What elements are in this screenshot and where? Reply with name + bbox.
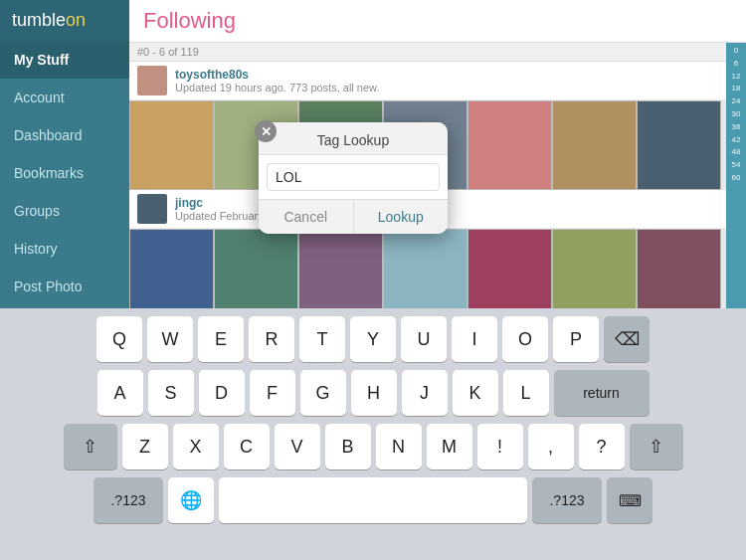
photo-row-2 xyxy=(129,229,726,308)
key-question[interactable]: ? xyxy=(579,424,625,469)
scroll-num[interactable]: 24 xyxy=(732,95,741,108)
scroll-num[interactable]: 12 xyxy=(732,71,741,84)
blog-row-1: toysofthe80s Updated 19 hours ago. 773 p… xyxy=(129,62,726,100)
sidebar-item-postphoto[interactable]: Post Photo xyxy=(0,268,129,305)
key-m[interactable]: M xyxy=(427,424,472,469)
blog-update-1: Updated 19 hours ago. 773 posts, all new… xyxy=(175,82,379,93)
key-b[interactable]: B xyxy=(325,424,371,469)
key-z[interactable]: Z xyxy=(122,424,168,469)
blog-avatar-2 xyxy=(137,194,167,224)
photo-cell[interactable] xyxy=(467,229,552,308)
modal-buttons: Cancel Lookup xyxy=(259,199,448,234)
tag-input[interactable] xyxy=(267,163,440,191)
key-v[interactable]: V xyxy=(275,424,320,469)
modal-title: Tag Lookup xyxy=(259,122,448,155)
sidebar-item-account[interactable]: Account xyxy=(0,79,129,116)
scroll-num[interactable]: 42 xyxy=(732,134,741,147)
scroll-num[interactable]: 36 xyxy=(732,121,741,134)
keyboard-row-4: .?123 🌐 .?123 ⌨ xyxy=(4,477,742,523)
key-a[interactable]: A xyxy=(97,370,143,416)
blog-name-1[interactable]: toysofthe80s xyxy=(175,68,379,82)
logo-text: tumbleon xyxy=(12,10,86,30)
key-l[interactable]: L xyxy=(503,370,549,416)
key-q[interactable]: Q xyxy=(96,316,142,362)
blog-avatar-1 xyxy=(137,66,167,95)
logo-on: on xyxy=(66,10,86,30)
key-p[interactable]: P xyxy=(553,316,599,362)
key-t[interactable]: T xyxy=(299,316,345,362)
scroll-num[interactable]: 0 xyxy=(734,45,738,58)
scroll-num[interactable]: 60 xyxy=(732,172,741,185)
page-title: Following xyxy=(143,8,732,34)
grid-row-label: #0 - 6 of 119 xyxy=(129,43,726,62)
sidebar-item-dashboard[interactable]: Dashboard xyxy=(0,116,129,154)
photo-cell[interactable] xyxy=(298,229,383,308)
key-d[interactable]: D xyxy=(199,370,245,416)
scroll-num[interactable]: 54 xyxy=(732,159,741,172)
blog-info-1: toysofthe80s Updated 19 hours ago. 773 p… xyxy=(175,68,379,93)
photo-cell[interactable] xyxy=(552,100,637,190)
content-body: #0 - 6 of 119 toysofthe80s Updated 19 ho… xyxy=(129,43,746,308)
sidebar-item-history[interactable]: History xyxy=(0,230,129,268)
content-area: Following #0 - 6 of 119 toysofthe80s Upd… xyxy=(129,0,746,308)
emoji-key[interactable]: 🌐 xyxy=(168,477,214,523)
key-r[interactable]: R xyxy=(249,316,294,362)
content-header: Following xyxy=(129,0,746,43)
close-icon: ✕ xyxy=(261,125,272,138)
shift-key-right[interactable]: ⇧ xyxy=(630,424,683,469)
key-o[interactable]: O xyxy=(502,316,548,362)
keyboard-dismiss-key[interactable]: ⌨ xyxy=(607,477,653,523)
scroll-num[interactable]: 48 xyxy=(732,146,741,159)
sidebar-item-mystuff[interactable]: My Stuff xyxy=(0,41,129,79)
key-w[interactable]: W xyxy=(147,316,193,362)
space-key[interactable] xyxy=(219,477,527,523)
sidebar-item-groups[interactable]: Groups xyxy=(0,192,129,230)
key-y[interactable]: Y xyxy=(350,316,396,362)
photo-cell[interactable] xyxy=(214,229,298,308)
key-f[interactable]: F xyxy=(250,370,295,416)
keyboard-row-3: ⇧ Z X C V B N M ! , ? ⇧ xyxy=(4,424,742,469)
keyboard: Q W E R T Y U I O P ⌫ A S D F G H J K L … xyxy=(0,308,746,560)
photo-cell[interactable] xyxy=(552,229,637,308)
photo-cell[interactable] xyxy=(383,229,467,308)
tag-lookup-modal: Tag Lookup Cancel Lookup xyxy=(259,122,448,234)
return-key[interactable]: return xyxy=(554,370,650,416)
key-exclaim[interactable]: ! xyxy=(477,424,523,469)
key-k[interactable]: K xyxy=(453,370,498,416)
key-g[interactable]: G xyxy=(300,370,346,416)
sidebar: tumbleon My Stuff Account Dashboard Book… xyxy=(0,0,129,308)
key-h[interactable]: H xyxy=(351,370,397,416)
key-j[interactable]: J xyxy=(402,370,448,416)
photo-cell[interactable] xyxy=(467,100,552,190)
app-logo: tumbleon xyxy=(0,0,129,41)
key-n[interactable]: N xyxy=(376,424,422,469)
photo-cell[interactable] xyxy=(637,229,721,308)
sidebar-item-bookmarks[interactable]: Bookmarks xyxy=(0,154,129,192)
key-u[interactable]: U xyxy=(401,316,447,362)
key-i[interactable]: I xyxy=(452,316,497,362)
keyboard-row-2: A S D F G H J K L return xyxy=(4,370,742,416)
num-key-right[interactable]: .?123 xyxy=(532,477,602,523)
key-comma[interactable]: , xyxy=(528,424,574,469)
scroll-num[interactable]: 30 xyxy=(732,108,741,121)
photo-cell[interactable] xyxy=(129,229,214,308)
modal-input-wrap xyxy=(259,155,448,199)
modal-close-button[interactable]: ✕ xyxy=(255,120,277,142)
right-scrollbar[interactable]: 0 6 12 18 24 30 36 42 48 54 60 xyxy=(726,43,746,308)
scroll-num[interactable]: 18 xyxy=(732,83,741,95)
photo-cell[interactable] xyxy=(637,100,721,190)
photo-cell[interactable] xyxy=(129,100,214,190)
key-s[interactable]: S xyxy=(148,370,194,416)
shift-key-left[interactable]: ⇧ xyxy=(64,424,117,469)
key-e[interactable]: E xyxy=(198,316,244,362)
lookup-button[interactable]: Lookup xyxy=(354,200,449,234)
key-c[interactable]: C xyxy=(224,424,270,469)
backspace-key[interactable]: ⌫ xyxy=(604,316,650,362)
key-x[interactable]: X xyxy=(173,424,219,469)
num-key-left[interactable]: .?123 xyxy=(93,477,163,523)
scroll-num[interactable]: 6 xyxy=(734,58,738,71)
keyboard-row-1: Q W E R T Y U I O P ⌫ xyxy=(4,316,742,362)
logo-tumble: tumble xyxy=(12,10,66,30)
cancel-button[interactable]: Cancel xyxy=(259,200,354,234)
